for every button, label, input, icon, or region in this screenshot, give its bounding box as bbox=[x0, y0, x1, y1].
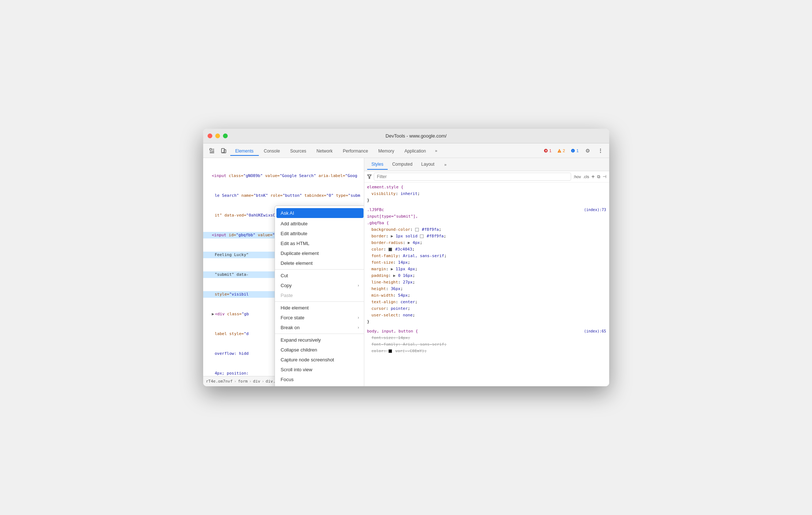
menu-item-hide[interactable]: Hide element bbox=[275, 303, 364, 313]
menu-item-cut[interactable]: Cut bbox=[275, 271, 364, 281]
css-selector: element.style { bbox=[367, 185, 403, 189]
css-block: font-size: 14px; font-family: Arial, san… bbox=[372, 335, 606, 354]
menu-item-edit-html[interactable]: Edit as HTML bbox=[275, 238, 364, 248]
css-rule-body: body, input, button { (index):65 font-si… bbox=[367, 328, 606, 354]
devtools-toolbar: Elements Console Sources Network Perform… bbox=[203, 143, 609, 158]
code-line: le Search" name="btnK" role="button" tab… bbox=[203, 192, 364, 199]
css-property: min-width: 54px; bbox=[372, 292, 606, 299]
menu-separator bbox=[275, 269, 364, 270]
css-property: font-size: 14px; bbox=[372, 259, 606, 266]
tab-sources[interactable]: Sources bbox=[285, 147, 312, 156]
menu-item-force-state[interactable]: Force state › bbox=[275, 313, 364, 323]
menu-item-break-on[interactable]: Break on › bbox=[275, 323, 364, 332]
tab-performance[interactable]: Performance bbox=[338, 147, 373, 156]
warning-badge: ! 2 bbox=[555, 148, 567, 154]
menu-item-copy[interactable]: Copy › bbox=[275, 281, 364, 290]
css-block: background-color: #f8f9fa; border: ▶ 1px… bbox=[372, 226, 606, 319]
svg-rect-6 bbox=[224, 150, 226, 153]
info-badge: i 1 bbox=[569, 148, 580, 154]
css-property: margin: ▶ 11px 4px; bbox=[372, 266, 606, 272]
color-swatch[interactable] bbox=[420, 234, 424, 238]
device-icon[interactable] bbox=[219, 146, 229, 156]
svg-text:i: i bbox=[573, 149, 573, 153]
menu-item-collapse[interactable]: Collapse children bbox=[275, 345, 364, 355]
copy-submenu-arrow: › bbox=[358, 283, 359, 287]
menu-item-edit-attribute[interactable]: Edit attribute bbox=[275, 229, 364, 238]
css-rule-element-style: element.style { visibility: inherit; } bbox=[367, 184, 606, 204]
filter-input[interactable] bbox=[374, 173, 571, 181]
menu-separator bbox=[275, 334, 364, 334]
css-property: background-color: #f8f9fa; bbox=[372, 226, 606, 233]
css-property: text-align: center; bbox=[372, 299, 606, 305]
context-menu: Ask AI Add attribute Edit attribute Edit… bbox=[275, 206, 364, 386]
tab-console[interactable]: Console bbox=[259, 147, 285, 156]
break-on-arrow: › bbox=[358, 326, 359, 330]
elements-panel: <input class="gNO89b" value="Google Sear… bbox=[203, 158, 364, 386]
css-property: cursor: pointer; bbox=[372, 305, 606, 312]
inspect-icon[interactable] bbox=[207, 146, 217, 156]
tab-memory[interactable]: Memory bbox=[373, 147, 399, 156]
menu-item-screenshot[interactable]: Capture node screenshot bbox=[275, 355, 364, 365]
minimize-button[interactable] bbox=[215, 134, 220, 138]
devtools-window: DevTools - www.google.com/ Elements Cons… bbox=[203, 129, 609, 386]
hov-toggle[interactable]: :hov bbox=[573, 174, 581, 179]
css-source[interactable]: (index):65 bbox=[584, 328, 606, 335]
menu-item-paste: Paste bbox=[275, 290, 364, 300]
title-bar: DevTools - www.google.com/ bbox=[203, 129, 609, 143]
error-badge: ✕ 1 bbox=[542, 148, 553, 154]
css-source[interactable]: (index):73 bbox=[584, 207, 606, 213]
tab-bar: Elements Console Sources Network Perform… bbox=[230, 146, 541, 156]
tab-layout[interactable]: Layout bbox=[417, 159, 439, 170]
css-property: height: 36px; bbox=[372, 286, 606, 292]
styles-panel: Styles Computed Layout » :hov .cls + ⧉ ⊣ bbox=[364, 158, 609, 386]
css-rule-lJ9FBc: .lJ9FBc (index):73 input[type="submit"],… bbox=[367, 207, 606, 325]
tab-network[interactable]: Network bbox=[312, 147, 338, 156]
menu-item-delete[interactable]: Delete element bbox=[275, 258, 364, 268]
more-options-icon[interactable]: ⋮ bbox=[595, 146, 606, 156]
breadcrumb-item[interactable]: rT4e.om7nvf bbox=[206, 379, 233, 384]
toolbar-right: ✕ 1 ! 2 i 1 ⚙ ⋮ bbox=[542, 146, 605, 156]
css-property: border: ▶ 1px solid #f8f9fa; bbox=[372, 233, 606, 240]
menu-item-ask-ai[interactable]: Ask AI bbox=[276, 208, 364, 218]
menu-item-badge-settings[interactable]: Badge settings... bbox=[275, 384, 364, 386]
menu-item-focus[interactable]: Focus bbox=[275, 375, 364, 384]
css-property: border-radius: ▶ 4px; bbox=[372, 240, 606, 246]
main-content: <input class="gNO89b" value="Google Sear… bbox=[203, 158, 609, 386]
code-line: <input class="gNO89b" value="Google Sear… bbox=[203, 173, 364, 179]
color-swatch[interactable] bbox=[415, 228, 419, 232]
css-property: padding: ▶ 0 16px; bbox=[372, 272, 606, 279]
copy-styles-icon[interactable]: ⧉ bbox=[597, 174, 600, 179]
toggle-sidebar-icon[interactable]: ⊣ bbox=[603, 174, 606, 179]
css-selector: .lJ9FBc bbox=[367, 207, 384, 213]
more-style-tabs-icon[interactable]: » bbox=[440, 159, 451, 170]
settings-icon[interactable]: ⚙ bbox=[583, 146, 593, 156]
menu-separator bbox=[275, 301, 364, 302]
more-tabs-icon[interactable]: » bbox=[431, 146, 441, 156]
tab-computed[interactable]: Computed bbox=[388, 159, 417, 170]
tab-application[interactable]: Application bbox=[399, 147, 431, 156]
css-property: color: var(--C0EmY); bbox=[372, 348, 606, 354]
menu-item-expand[interactable]: Expand recursively bbox=[275, 335, 364, 345]
maximize-button[interactable] bbox=[223, 134, 228, 138]
css-selector-extra2: .gbqfba { bbox=[367, 221, 389, 225]
css-block: visibility: inherit; bbox=[372, 191, 606, 197]
cls-toggle[interactable]: .cls bbox=[583, 174, 589, 179]
menu-item-scroll[interactable]: Scroll into view bbox=[275, 365, 364, 375]
force-state-arrow: › bbox=[358, 316, 359, 320]
close-button[interactable] bbox=[208, 134, 212, 138]
window-title: DevTools - www.google.com/ bbox=[228, 133, 605, 139]
css-property: user-select: none; bbox=[372, 312, 606, 319]
tab-elements[interactable]: Elements bbox=[230, 147, 259, 156]
css-property: visibility: inherit; bbox=[372, 191, 606, 197]
breadcrumb-item[interactable]: div bbox=[253, 379, 260, 384]
color-swatch[interactable] bbox=[388, 248, 392, 251]
breadcrumb-item[interactable]: form bbox=[238, 379, 248, 384]
add-style-button[interactable]: + bbox=[591, 173, 595, 180]
menu-item-duplicate[interactable]: Duplicate element bbox=[275, 248, 364, 258]
tab-styles[interactable]: Styles bbox=[367, 159, 388, 170]
css-selector: body, input, button { bbox=[367, 328, 418, 335]
svg-text:✕: ✕ bbox=[545, 149, 547, 153]
svg-point-7 bbox=[223, 152, 223, 153]
color-swatch[interactable] bbox=[388, 349, 392, 353]
menu-item-add-attribute[interactable]: Add attribute bbox=[275, 219, 364, 229]
